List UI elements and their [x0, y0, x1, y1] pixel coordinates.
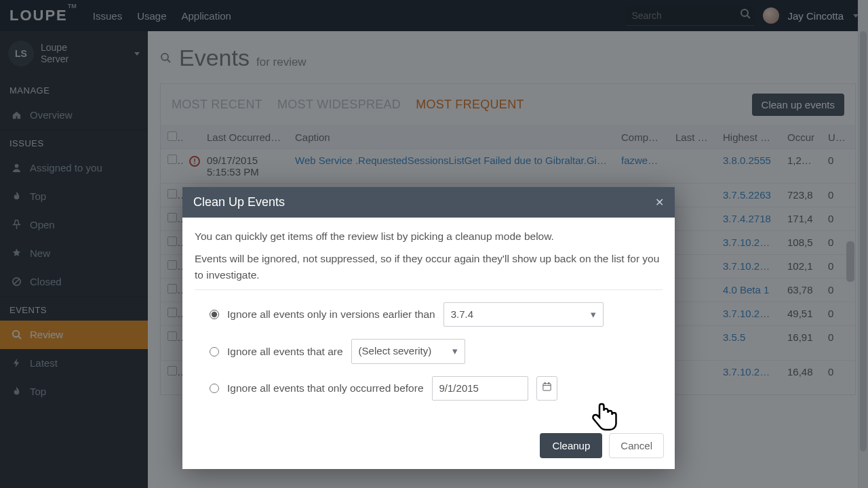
modal-title: Clean Up Events — [193, 195, 285, 209]
close-icon[interactable]: ✕ — [655, 196, 664, 209]
cancel-button[interactable]: Cancel — [609, 433, 664, 458]
calendar-icon[interactable] — [536, 376, 557, 400]
modal-desc-1: You can quickly get items off the review… — [195, 228, 663, 244]
option-severity-label: Ignore all events that are — [227, 344, 343, 359]
version-select[interactable]: 3.7.4 ▾ — [443, 302, 604, 327]
cleanup-modal: Clean Up Events ✕ You can quickly get it… — [182, 187, 675, 469]
radio-date[interactable] — [210, 384, 219, 393]
modal-body: You can quickly get items off the review… — [182, 218, 675, 425]
modal-desc-2: Events will be ignored, not suppressed, … — [195, 251, 663, 283]
svg-rect-9 — [542, 384, 550, 390]
option-severity: Ignore all events that are (Select sever… — [210, 339, 657, 364]
radio-versions[interactable] — [210, 310, 219, 319]
option-versions: Ignore all events only in versions earli… — [210, 302, 657, 327]
cleanup-button[interactable]: Cleanup — [540, 433, 602, 458]
chevron-down-icon: ▾ — [591, 307, 596, 323]
chevron-down-icon: ▾ — [452, 344, 458, 359]
modal-footer: Cleanup Cancel — [182, 425, 675, 469]
modal-header: Clean Up Events ✕ — [182, 187, 675, 218]
option-date-label: Ignore all events that only occurred bef… — [227, 380, 424, 396]
date-input[interactable]: 9/1/2015 — [432, 376, 528, 401]
option-date: Ignore all events that only occurred bef… — [210, 376, 657, 401]
severity-select[interactable]: (Select severity) ▾ — [351, 339, 465, 364]
option-versions-label: Ignore all events only in versions earli… — [227, 306, 435, 322]
radio-severity[interactable] — [210, 347, 219, 357]
